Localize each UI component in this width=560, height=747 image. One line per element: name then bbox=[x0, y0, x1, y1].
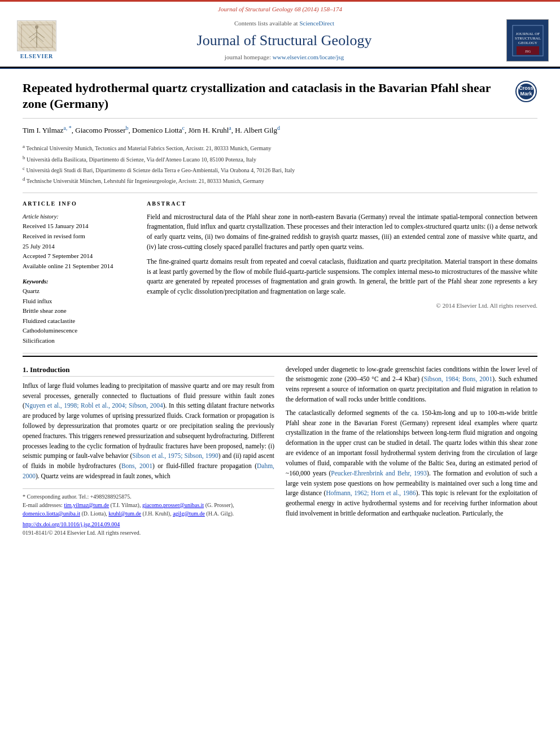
affil-d: d Technische Universität München, Lehrst… bbox=[23, 176, 537, 185]
intro-body-right: developed under diagenetic to low-grade … bbox=[286, 365, 537, 519]
authors-line: Tim I. Yilmaza, *, Giacomo Prosserb, Dom… bbox=[23, 124, 537, 136]
email-footnote: E-mail addresses: tim.yilmaz@tum.de (T.I… bbox=[23, 501, 274, 518]
svg-text:GEOLOGY: GEOLOGY bbox=[518, 41, 537, 45]
journal-header-center: Contents lists available at ScienceDirec… bbox=[62, 19, 506, 62]
svg-rect-0 bbox=[19, 22, 55, 50]
keyword-1: Quartz bbox=[23, 286, 135, 296]
intro-body-left: Influx of large fluid volumes leading to… bbox=[23, 381, 274, 482]
main-content: 1. Introduction Influx of large fluid vo… bbox=[23, 359, 537, 537]
intro-heading: 1. Introduction bbox=[23, 365, 274, 377]
article-info-label: ARTICLE INFO bbox=[23, 200, 135, 208]
email-prosser[interactable]: giacomo.prosser@unibas.it bbox=[142, 502, 204, 508]
svg-text:JOURNAL OF: JOURNAL OF bbox=[515, 32, 539, 36]
revised-date: 25 July 2014 bbox=[23, 242, 135, 252]
journal-header: ELSEVIER Contents lists available at Sci… bbox=[0, 15, 560, 67]
journal-logo-image: JOURNAL OF STRUCTURAL GEOLOGY JSG bbox=[506, 19, 549, 62]
author-2-sup[interactable]: b bbox=[126, 125, 129, 131]
affil-b: b Università della Basilicata, Dipartime… bbox=[23, 154, 537, 164]
abstract-col: ABSTRACT Field and microstructural data … bbox=[147, 200, 537, 346]
section-divider bbox=[23, 356, 537, 357]
svg-text:Cross: Cross bbox=[519, 85, 533, 91]
abstract-label: ABSTRACT bbox=[147, 200, 537, 208]
abstract-para-2: The fine-grained quartz domains result f… bbox=[147, 257, 537, 297]
keyword-4: Fluidized cataclastite bbox=[23, 316, 135, 326]
ref-sibson1975[interactable]: Sibson et al., 1975; Sibson, 1990 bbox=[132, 452, 218, 459]
affil-a: a Technical University Munich, Tectonics… bbox=[23, 143, 537, 152]
journal-title: Journal of Structural Geology bbox=[73, 30, 495, 51]
author-1: Tim I. Yilmaz bbox=[23, 126, 63, 134]
elsevier-label: ELSEVIER bbox=[20, 53, 54, 60]
svg-text:Mark: Mark bbox=[520, 91, 532, 97]
ref-peucker[interactable]: Peucker-Ehrenbrink and Behr, 1993 bbox=[331, 470, 427, 477]
sciencedirect-link[interactable]: ScienceDirect bbox=[299, 20, 334, 27]
email-kruhl[interactable]: kruhl@tum.de bbox=[108, 510, 141, 517]
available-date: Available online 21 September 2014 bbox=[23, 261, 135, 272]
ref-hofmann[interactable]: Hofmann, 1962; Horn et al., 1986 bbox=[326, 490, 415, 496]
author-3: Domenico Liotta bbox=[132, 126, 182, 134]
crossmark-badge: Cross Mark bbox=[515, 80, 537, 103]
homepage-url[interactable]: www.elsevier.com/locate/jsg bbox=[273, 54, 344, 60]
ref-bons2001[interactable]: Bons, 2001 bbox=[121, 462, 152, 469]
author-3-sup[interactable]: c bbox=[182, 125, 184, 131]
history-label: Article history: bbox=[23, 212, 135, 222]
abstract-para-1: Field and microstructural data of the Pf… bbox=[147, 212, 537, 252]
email-liotta[interactable]: domenico.liotta@uniba.it bbox=[23, 510, 80, 517]
revised-label: Received in revised form bbox=[23, 231, 135, 242]
svg-text:JSG: JSG bbox=[524, 50, 531, 53]
affiliations-section: a Technical University Munich, Tectonics… bbox=[23, 143, 537, 193]
svg-rect-1 bbox=[21, 25, 53, 47]
article-info-col: ARTICLE INFO Article history: Received 1… bbox=[23, 200, 135, 346]
keywords-label: Keywords: bbox=[23, 278, 135, 286]
received-date: Received 15 January 2014 bbox=[23, 221, 135, 231]
article-info-abstract: ARTICLE INFO Article history: Received 1… bbox=[23, 193, 537, 353]
article-container: Repeated hydrothermal quartz crystalliza… bbox=[0, 69, 560, 537]
ref-sibson1984[interactable]: Sibson, 1984; Bons, 2001 bbox=[424, 375, 493, 382]
abstract-text: Field and microstructural data of the Pf… bbox=[147, 212, 537, 298]
author-5: H. Albert Gilg bbox=[235, 126, 277, 134]
journal-reference: Journal of Structural Geology 68 (2014) … bbox=[0, 2, 560, 15]
elsevier-image bbox=[17, 20, 56, 51]
contents-available-line: Contents lists available at ScienceDirec… bbox=[73, 19, 495, 28]
svg-line-5 bbox=[29, 32, 37, 38]
keyword-6: Silicification bbox=[23, 336, 135, 346]
copyright-line: © 2014 Elsevier Ltd. All rights reserved… bbox=[147, 302, 537, 310]
keyword-2: Fluid influx bbox=[23, 296, 135, 307]
keyword-3: Brittle shear zone bbox=[23, 306, 135, 316]
main-left-col: 1. Introduction Influx of large fluid vo… bbox=[23, 365, 274, 537]
article-title: Repeated hydrothermal quartz crystalliza… bbox=[23, 80, 515, 112]
author-5-sup[interactable]: d bbox=[277, 125, 280, 131]
svg-line-4 bbox=[37, 36, 43, 42]
svg-line-3 bbox=[30, 36, 37, 42]
keywords-block: Keywords: Quartz Fluid influx Brittle sh… bbox=[23, 278, 135, 346]
homepage-line: journal homepage: www.elsevier.com/locat… bbox=[73, 53, 495, 62]
authors-section: Tim I. Yilmaza, *, Giacomo Prosserb, Dom… bbox=[23, 119, 537, 143]
svg-text:STRUCTURAL: STRUCTURAL bbox=[515, 36, 541, 41]
author-4: Jörn H. Kruhl bbox=[188, 126, 229, 134]
elsevier-logo: ELSEVIER bbox=[11, 20, 62, 60]
svg-point-7 bbox=[35, 25, 38, 29]
svg-line-6 bbox=[37, 32, 45, 38]
author-2: Giacomo Prosser bbox=[75, 126, 125, 134]
doi-line: http://dx.doi.org/10.1016/j.jsg.2014.09.… bbox=[23, 520, 274, 528]
corresponding-footnote: * Corresponding author. Tel.: +498928892… bbox=[23, 492, 274, 501]
doi-link[interactable]: http://dx.doi.org/10.1016/j.jsg.2014.09.… bbox=[23, 521, 120, 527]
affil-c: c Università degli Studi di Bari, Dipart… bbox=[23, 165, 537, 174]
issn-line: 0191-8141/© 2014 Elsevier Ltd. All right… bbox=[23, 528, 274, 537]
footnote-section: * Corresponding author. Tel.: +498928892… bbox=[23, 488, 274, 537]
email-yilmaz[interactable]: tim.yilmaz@tum.de bbox=[64, 502, 109, 508]
main-right-col: developed under diagenetic to low-grade … bbox=[286, 365, 537, 537]
author-1-sup[interactable]: a, * bbox=[63, 125, 71, 131]
article-history: Article history: Received 15 January 201… bbox=[23, 212, 135, 272]
email-gilg[interactable]: agilg@tum.de bbox=[173, 510, 205, 517]
ref-nguyen[interactable]: Nguyen et al., 1998; Robl et al., 2004; … bbox=[25, 402, 163, 409]
accepted-date: Accepted 7 September 2014 bbox=[23, 251, 135, 261]
keyword-5: Cathodoluminescence bbox=[23, 326, 135, 336]
article-title-section: Repeated hydrothermal quartz crystalliza… bbox=[23, 69, 537, 119]
author-4-sup[interactable]: a bbox=[229, 125, 231, 131]
